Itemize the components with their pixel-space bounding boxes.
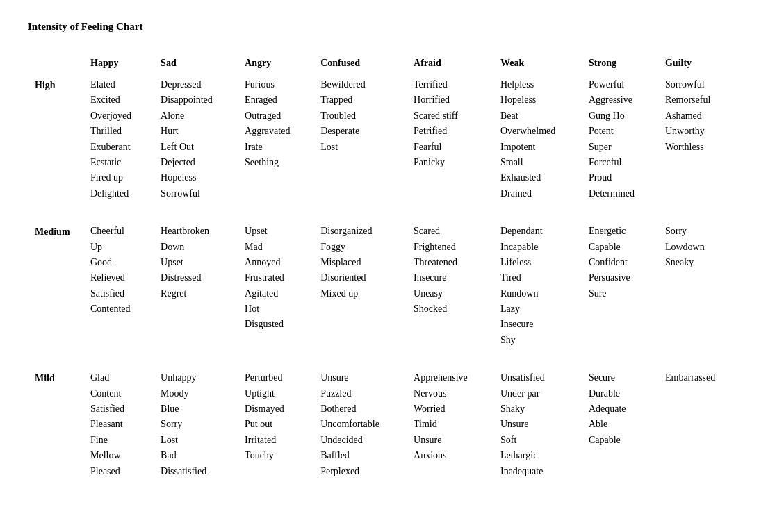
- feeling-word: Enraged: [245, 92, 307, 108]
- feeling-word: Dependant: [500, 224, 575, 239]
- cell-mild-afraid: ApprehensiveNervousWorriedTimidUnsureAnx…: [407, 366, 493, 483]
- cell-medium-afraid: ScaredFrightenedThreatenedInsecureUneasy…: [407, 219, 493, 352]
- feeling-word: Shy: [500, 333, 575, 348]
- feeling-word: Impotent: [500, 140, 575, 155]
- feeling-word: Unhappy: [161, 370, 231, 385]
- feeling-word: Tired: [500, 270, 575, 285]
- feeling-word: Insecure: [414, 270, 487, 285]
- feeling-word: Hurt: [161, 124, 231, 139]
- feeling-word: Remorseful: [665, 92, 733, 108]
- feeling-word: Perturbed: [245, 370, 307, 385]
- feeling-word: Insecure: [500, 317, 575, 332]
- feeling-word: Elated: [90, 77, 147, 92]
- feeling-word: Moody: [161, 386, 231, 401]
- cell-high-afraid: TerrifiedHorrifiedScared stiffPetrifiedF…: [407, 73, 493, 206]
- feeling-word: Left Out: [161, 140, 231, 155]
- feeling-word: Hot: [245, 301, 307, 317]
- feeling-word: Sorry: [161, 417, 231, 432]
- feeling-word: Baffled: [320, 448, 400, 463]
- feeling-word: Anxious: [414, 448, 487, 463]
- cell-medium-guilty: SorryLowdownSneaky: [658, 219, 740, 352]
- feeling-word: Uncomfortable: [320, 417, 400, 432]
- feeling-word: Worthless: [665, 140, 733, 155]
- feeling-word: Fired up: [90, 170, 147, 185]
- feeling-word: Panicky: [414, 155, 487, 170]
- cell-high-weak: HelplessHopelessBeatOverwhelmedImpotentS…: [493, 73, 582, 206]
- feeling-word: Upset: [161, 255, 231, 270]
- cell-mild-weak: UnsatisfiedUnder parShakyUnsureSoftLetha…: [493, 366, 582, 483]
- feeling-word: Unsure: [414, 433, 487, 448]
- feeling-word: Heartbroken: [161, 224, 231, 239]
- feeling-word: Petrified: [414, 124, 487, 139]
- feeling-word: Unsure: [500, 417, 575, 432]
- header-happy: Happy: [83, 53, 154, 73]
- feeling-word: Powerful: [589, 77, 651, 92]
- feeling-word: Troubled: [320, 108, 400, 124]
- cell-high-sad: DepressedDisappointedAloneHurtLeft OutDe…: [154, 73, 238, 206]
- feeling-word: Persuasive: [589, 270, 651, 285]
- feeling-word: Aggravated: [245, 124, 307, 139]
- feeling-word: Lost: [161, 433, 231, 448]
- feeling-word: Pleasant: [90, 417, 147, 432]
- intensity-label: High: [28, 73, 83, 206]
- feeling-word: Lifeless: [500, 255, 575, 270]
- feeling-word: Exuberant: [90, 140, 147, 155]
- feeling-word: Under par: [500, 386, 575, 401]
- header-confused: Confused: [313, 53, 407, 73]
- feeling-word: Shaky: [500, 401, 575, 417]
- feeling-word: Embarrassed: [665, 370, 733, 385]
- feeling-word: Unsure: [320, 370, 400, 385]
- feeling-word: Secure: [589, 370, 651, 385]
- feeling-word: Exhausted: [500, 170, 575, 185]
- cell-medium-strong: EnergeticCapableConfidentPersuasiveSure: [582, 219, 658, 352]
- feeling-word: Threatened: [414, 255, 487, 270]
- feeling-word: Forceful: [589, 155, 651, 170]
- feeling-word: Touchy: [245, 448, 307, 463]
- feeling-word: Relieved: [90, 270, 147, 285]
- feeling-word: Soft: [500, 433, 575, 448]
- feeling-word: Misplaced: [320, 255, 400, 270]
- cell-mild-happy: GladContentSatisfiedPleasantFineMellowPl…: [83, 366, 154, 483]
- chart-title: Intensity of Feeling Chart: [28, 21, 740, 33]
- feeling-word: Uptight: [245, 386, 307, 401]
- feeling-word: Contented: [90, 301, 147, 317]
- feeling-word: Sneaky: [665, 255, 733, 270]
- feeling-word: Lazy: [500, 301, 575, 317]
- feeling-word: Unworthy: [665, 124, 733, 139]
- feeling-word: Satisfied: [90, 286, 147, 301]
- feeling-word: Delighted: [90, 186, 147, 201]
- feeling-word: Mixed up: [320, 286, 400, 301]
- cell-high-strong: PowerfulAggressiveGung HoPotentSuperForc…: [582, 73, 658, 206]
- table-row: MildGladContentSatisfiedPleasantFineMell…: [28, 366, 740, 483]
- cell-high-happy: ElatedExcitedOverjoyedThrilledExuberantE…: [83, 73, 154, 206]
- feeling-word: Frustrated: [245, 270, 307, 285]
- feeling-word: Excited: [90, 92, 147, 108]
- feeling-word: Gung Ho: [589, 108, 651, 124]
- cell-mild-confused: UnsurePuzzledBotheredUncomfortableUndeci…: [313, 366, 407, 483]
- feeling-word: Thrilled: [90, 124, 147, 139]
- header-guilty: Guilty: [658, 53, 740, 73]
- feeling-word: Annoyed: [245, 255, 307, 270]
- header-strong: Strong: [582, 53, 658, 73]
- feeling-word: Put out: [245, 417, 307, 432]
- feeling-word: Inadequate: [500, 464, 575, 479]
- feeling-word: Disgusted: [245, 317, 307, 332]
- feeling-word: Satisfied: [90, 401, 147, 417]
- feeling-word: Mellow: [90, 448, 147, 463]
- feeling-word: Scared: [414, 224, 487, 239]
- table-row: HighElatedExcitedOverjoyedThrilledExuber…: [28, 73, 740, 206]
- feeling-word: Adequate: [589, 401, 651, 417]
- feeling-word: Depressed: [161, 77, 231, 92]
- feeling-word: Determined: [589, 186, 651, 201]
- feeling-word: Sorrowful: [161, 186, 231, 201]
- feeling-word: Drained: [500, 186, 575, 201]
- feeling-word: Ecstatic: [90, 155, 147, 170]
- feeling-word: Bothered: [320, 401, 400, 417]
- feeling-word: Small: [500, 155, 575, 170]
- feeling-word: Good: [90, 255, 147, 270]
- feeling-word: Capable: [589, 240, 651, 255]
- header-sad: Sad: [154, 53, 238, 73]
- feeling-word: Terrified: [414, 77, 487, 92]
- feeling-word: Overjoyed: [90, 108, 147, 124]
- feeling-word: Hopeless: [161, 170, 231, 185]
